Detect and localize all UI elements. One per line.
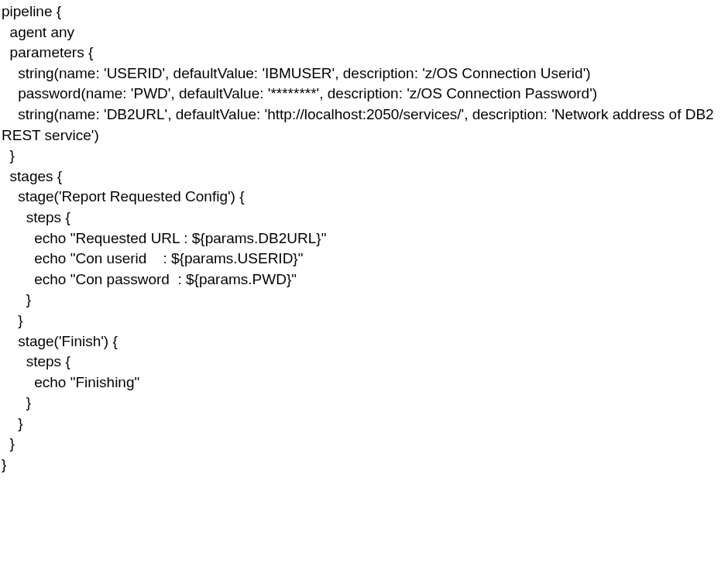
- code-block: pipeline { agent any parameters { string…: [0, 0, 728, 476]
